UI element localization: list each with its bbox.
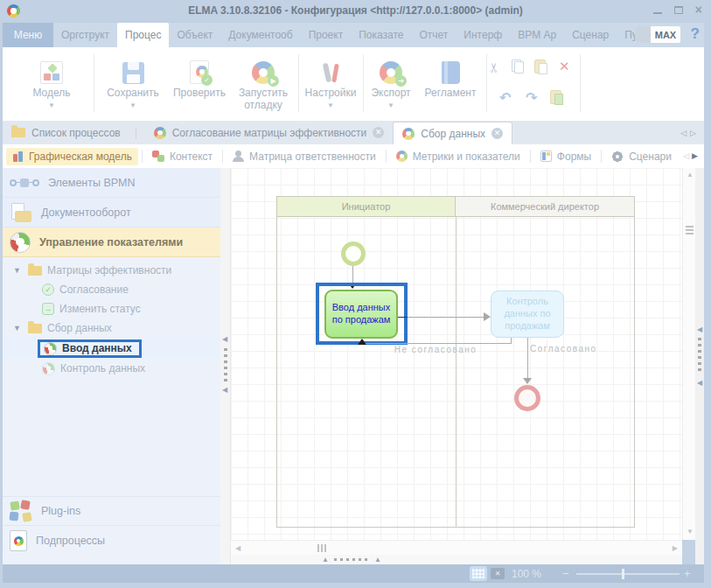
- start-event[interactable]: [341, 242, 366, 266]
- delete-icon[interactable]: ✕: [559, 59, 570, 74]
- bottom-splitter[interactable]: ▲ ▲: [231, 555, 682, 564]
- lane-header-commercial-director[interactable]: Коммерческий директор: [455, 196, 635, 217]
- tree-item-data-collection[interactable]: ▼ Сбор данных: [3, 318, 220, 338]
- view-tab-scripts[interactable]: Сценари: [605, 148, 678, 165]
- sidebar-section-docflow[interactable]: Документооборот: [3, 198, 220, 228]
- view-tab-context[interactable]: Контекст: [146, 148, 219, 165]
- zoom-slider-track[interactable]: [576, 573, 680, 575]
- sidebar-section-plugins[interactable]: Plug-ins: [3, 496, 220, 526]
- maximize-button-icon[interactable]: [674, 6, 683, 14]
- tab-matrix-approval[interactable]: Согласование матрицы эффективности ✕: [145, 121, 394, 144]
- view-tab-graphic-model[interactable]: Графическая модель: [6, 148, 138, 165]
- ribbon-tab-object[interactable]: Объект: [169, 23, 220, 47]
- right-splitter[interactable]: ◀ ◀: [695, 168, 704, 564]
- collapse-up-icon[interactable]: ▲: [374, 556, 381, 564]
- ribbon-tab-interface[interactable]: Интерф: [456, 23, 510, 47]
- ribbon-tab-bpm-archive[interactable]: BPM Ар: [510, 23, 564, 47]
- tree-item-data-control[interactable]: Контроль данных: [3, 359, 220, 378]
- settings-button[interactable]: Настройки ▼: [302, 52, 359, 109]
- view-tab-separator: [142, 150, 143, 163]
- export-button[interactable]: ➔ Экспорт ▼: [365, 52, 417, 109]
- diagram-canvas[interactable]: Инициатор Коммерческий директор Ввод дан…: [231, 168, 682, 540]
- run-debug-button[interactable]: ▶ Запустить отладку: [232, 52, 295, 112]
- tab-separator: [136, 127, 136, 139]
- accept-flow[interactable]: [527, 338, 528, 382]
- menu-button[interactable]: Меню: [3, 23, 53, 47]
- scroll-left-icon[interactable]: ◀: [235, 545, 240, 552]
- model-button[interactable]: Модель ▼: [15, 52, 88, 109]
- scroll-down-icon[interactable]: ▼: [687, 528, 694, 536]
- collapse-left-icon[interactable]: ◀: [222, 387, 227, 394]
- ribbon-tab-project[interactable]: Проект: [301, 23, 352, 47]
- ribbon-tab-orgstruct[interactable]: Оргструкт: [53, 23, 117, 47]
- close-tab-icon[interactable]: ✕: [491, 128, 503, 139]
- tree-expand-icon[interactable]: ▼: [13, 324, 23, 332]
- view-tab-responsibility-matrix[interactable]: Матрица ответственности: [227, 148, 382, 165]
- scroll-up-icon[interactable]: ▲: [687, 172, 694, 178]
- toolbar-separator: [363, 54, 364, 112]
- paste-special-icon[interactable]: [550, 90, 561, 104]
- vertical-scrollbar[interactable]: ▲ ▼: [682, 168, 695, 540]
- paste-icon[interactable]: [534, 60, 546, 74]
- task-data-control[interactable]: Контроль данных по продажам: [491, 290, 564, 338]
- splitter-drag-handle[interactable]: [334, 558, 371, 561]
- tab-process-list[interactable]: Список процессов: [3, 121, 145, 144]
- zoom-in-button[interactable]: +: [684, 567, 691, 580]
- check-button[interactable]: ✓ Проверить: [171, 52, 228, 100]
- max-ribbon-toggle[interactable]: MAX: [635, 26, 680, 43]
- ribbon-tab-docflow[interactable]: Документооб: [220, 23, 300, 47]
- ribbon-tab-indicators[interactable]: Показате: [351, 23, 411, 47]
- collapse-left-icon[interactable]: ◀: [222, 336, 227, 343]
- sidebar-section-bpmn-elements[interactable]: Элементы BPMN: [3, 168, 220, 198]
- vertical-scroll-thumb[interactable]: [686, 226, 694, 236]
- scroll-right-icon[interactable]: ▶: [673, 545, 678, 552]
- collapse-up-icon[interactable]: ▲: [322, 556, 329, 564]
- lane-header-initiator[interactable]: Инициатор: [276, 196, 456, 217]
- ribbon-tab-scripts[interactable]: Сценар: [564, 23, 617, 47]
- window-content: Меню Оргструкт Процес Объект Документооб…: [3, 23, 704, 583]
- reglament-button[interactable]: Регламент: [419, 52, 482, 100]
- sequence-flow-to-control[interactable]: [408, 317, 484, 318]
- minimize-button-icon[interactable]: [653, 12, 662, 14]
- help-button[interactable]: ?: [691, 25, 700, 43]
- sidebar-section-subprocesses[interactable]: Подпроцессы: [3, 526, 220, 556]
- close-tab-icon[interactable]: ✕: [373, 127, 384, 138]
- ribbon-tab-process[interactable]: Процес: [117, 23, 169, 47]
- save-button[interactable]: Сохранить ▼: [99, 52, 167, 109]
- sidebar-splitter[interactable]: ◀ ◀: [220, 168, 231, 564]
- horizontal-scroll-thumb[interactable]: [317, 544, 328, 552]
- fit-to-window-icon[interactable]: ✕: [491, 568, 505, 579]
- close-button-icon[interactable]: ×: [695, 5, 702, 14]
- grid-toggle-icon[interactable]: [470, 566, 487, 581]
- ribbon-tab-report[interactable]: Отчет: [411, 23, 456, 47]
- sidebar-section-indicator-management[interactable]: Управление показателями: [3, 228, 220, 257]
- sequence-flow-start[interactable]: [352, 266, 353, 284]
- tree-expand-icon[interactable]: ▼: [13, 266, 23, 275]
- splitter-drag-handle[interactable]: [224, 348, 227, 383]
- task-data-input[interactable]: Ввод данных по продажам: [324, 290, 398, 339]
- horizontal-scrollbar[interactable]: ◀ ▶: [231, 540, 682, 555]
- copy-icon[interactable]: [512, 60, 524, 74]
- collapse-right-icon[interactable]: ◀: [697, 380, 702, 387]
- view-tab-metrics[interactable]: Метрики и показатели: [390, 148, 526, 165]
- splitter-drag-handle[interactable]: [698, 338, 701, 373]
- tab-scroll-arrows[interactable]: ◁▷: [680, 129, 700, 137]
- view-tab-scroll-arrows[interactable]: ◁▶: [683, 151, 701, 160]
- tree-item-data-input-selected[interactable]: Ввод данных: [3, 338, 220, 359]
- chevron-down-icon: ▼: [327, 102, 334, 109]
- zoom-out-button[interactable]: −: [562, 567, 569, 580]
- reject-flow[interactable]: [362, 343, 512, 344]
- redo-icon[interactable]: ↷: [526, 89, 537, 106]
- sequence-flow-segment: [398, 317, 408, 318]
- tree-item-efficiency-matrices[interactable]: ▼ Матрицы эффективности: [3, 261, 220, 280]
- cut-icon[interactable]: ✂: [489, 60, 500, 75]
- tree-item-approval[interactable]: ✓ Согласование: [3, 280, 220, 299]
- tab-data-collection[interactable]: Сбор данных ✕: [393, 122, 512, 144]
- chevron-down-icon: ▼: [387, 102, 394, 109]
- end-event[interactable]: [514, 385, 540, 411]
- tree-item-change-status[interactable]: → Изменить статус: [3, 299, 220, 318]
- zoom-slider-thumb[interactable]: [622, 569, 624, 579]
- collapse-right-icon[interactable]: ◀: [697, 326, 702, 333]
- view-tab-forms[interactable]: Формы: [534, 148, 597, 165]
- undo-icon[interactable]: ↶: [499, 89, 511, 106]
